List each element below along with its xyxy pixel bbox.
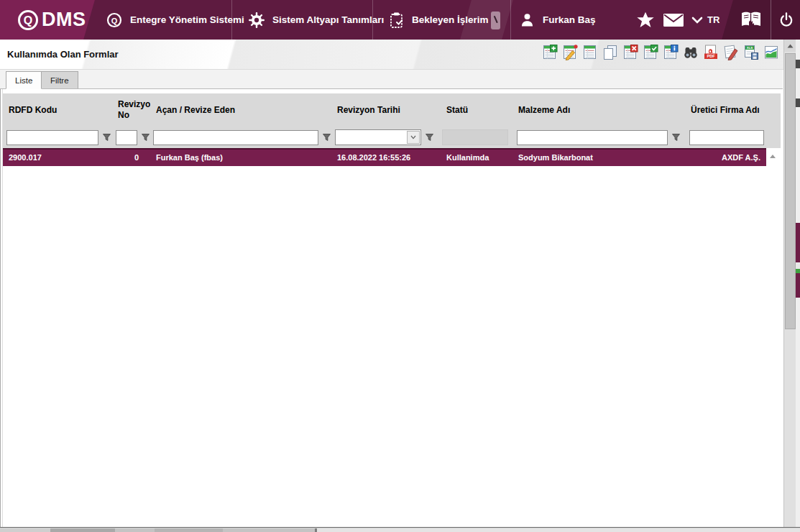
filter-funnel-icon[interactable] (322, 133, 331, 142)
tab-strip: Liste Filtre (0, 70, 783, 89)
cutoff-panel-fragment (796, 60, 800, 68)
language-dropdown[interactable] (691, 0, 703, 40)
tab-filtre[interactable]: Filtre (41, 71, 78, 88)
vertical-scrollbar[interactable] (783, 40, 796, 527)
grid-scroll-up-arrow[interactable] (768, 152, 777, 160)
user-menu[interactable]: Furkan Baş (519, 0, 596, 40)
nav-item-bekleyen-islerim[interactable]: Bekleyen İşlerim (388, 0, 489, 40)
chevron-down-icon (410, 135, 416, 139)
search-records-icon[interactable] (682, 44, 699, 61)
tab-liste[interactable]: Liste (6, 71, 42, 89)
column-header-malzeme-adi[interactable]: Malzeme Adı (512, 93, 685, 127)
record-info-icon[interactable] (662, 44, 679, 61)
chevron-down-icon (691, 16, 703, 24)
combo-chevron-button[interactable] (407, 131, 420, 144)
filter-funnel-icon[interactable] (102, 133, 111, 142)
top-navbar: Q DMS Q Entegre Yönetim Sistemi Si (0, 0, 800, 40)
column-header-uretici-firma-adi[interactable]: Üretici Firma Adı (685, 93, 766, 127)
svg-text:Q: Q (111, 16, 118, 24)
star-icon (636, 11, 655, 29)
filter-input-rdfd-kodu[interactable] (6, 130, 98, 145)
manual-book-icon (739, 9, 763, 32)
tab-label: Filtre (50, 76, 69, 85)
cell-rdfd-kodu: 2900.017 (3, 150, 112, 166)
logo-text: DMS (42, 9, 86, 31)
record-toolbar: PDF XLS (541, 44, 780, 61)
logout-button[interactable] (778, 0, 795, 40)
svg-text:XLS: XLS (747, 46, 753, 50)
mail-icon (663, 12, 684, 29)
cell-acan-revize-eden: Furkan Baş (fbas) (150, 150, 331, 166)
page-title: Kullanımda Olan Formlar (7, 49, 119, 60)
nav-divider (510, 0, 511, 40)
add-record-icon[interactable] (541, 44, 558, 61)
power-icon (778, 12, 795, 29)
scrollbar-thumb[interactable] (50, 528, 115, 532)
cutoff-panel-fragment (796, 273, 800, 298)
column-header-rdfd-kodu[interactable]: RDFD Kodu (3, 93, 112, 127)
copy-record-icon[interactable] (602, 44, 619, 61)
filter-select-revizyon-tarihi[interactable] (335, 129, 421, 145)
approve-record-icon[interactable] (642, 44, 659, 61)
svg-text:PDF: PDF (707, 54, 715, 58)
nav-item-sistem-altyapi-tanimlari[interactable]: Sistem Altyapı Tanımları (248, 0, 384, 40)
scrollbar-thumb[interactable] (155, 528, 223, 532)
column-header-revizyon-no[interactable]: Revizyon No (112, 93, 150, 127)
content-area: RDFD Kodu Revizyon No Açan / Revize Eden… (0, 89, 783, 527)
grid-header-area: RDFD Kodu Revizyon No Açan / Revize Eden… (3, 93, 781, 148)
scrollbar-thumb[interactable] (785, 53, 796, 329)
collapsed-menu-glyph (491, 12, 500, 29)
gear-icon (248, 12, 265, 29)
cutoff-panel-fragment (796, 98, 800, 107)
qdms-circle-icon: Q (106, 12, 123, 29)
filter-funnel-icon[interactable] (671, 133, 681, 142)
qdms-logo[interactable]: Q DMS (16, 0, 86, 40)
column-header-acan-revize-eden[interactable]: Açan / Revize Eden (150, 93, 331, 127)
nav-divider (771, 0, 771, 40)
grid-filter-row (3, 127, 781, 148)
cutoff-panel-fragment (796, 263, 800, 269)
tab-label: Liste (15, 76, 32, 85)
clipboard-check-icon (388, 12, 405, 29)
report-chart-icon[interactable] (763, 44, 780, 61)
cutoff-panel-strip (796, 40, 800, 527)
nav-item-label: Sistem Altyapı Tanımları (272, 14, 384, 25)
filter-input-acan-revize-eden[interactable] (153, 130, 318, 145)
horizontal-scrollbar[interactable] (0, 527, 800, 532)
export-excel-icon[interactable]: XLS (742, 44, 760, 61)
collapsed-menu-indicator[interactable] (491, 12, 500, 29)
export-pdf-icon[interactable]: PDF (702, 44, 719, 61)
column-header-statu[interactable]: Statü (441, 93, 512, 127)
messages-button[interactable] (663, 0, 684, 40)
user-name: Furkan Baş (543, 14, 596, 25)
nav-item-entegre-yonetim-sistemi[interactable]: Q Entegre Yönetim Sistemi (106, 0, 244, 40)
cell-revizyon-no: 0 (112, 150, 150, 166)
edit-record-icon[interactable] (561, 44, 579, 61)
filter-input-malzeme-adi[interactable] (517, 130, 668, 145)
scrollbar-track-segment (223, 528, 315, 532)
qdms-logo-icon: Q (16, 8, 40, 32)
column-header-revizyon-tarihi[interactable]: Revizyon Tarihi (331, 93, 441, 127)
scrollbar-track-segment (0, 528, 50, 532)
filter-input-revizyon-no[interactable] (116, 130, 137, 145)
cell-statu: Kullanimda (441, 150, 512, 166)
filter-empty-statu (442, 129, 508, 145)
favorites-button[interactable] (636, 0, 655, 40)
scrollbar-up-arrow[interactable] (784, 40, 796, 52)
user-manual-button[interactable] (739, 0, 763, 40)
list-record-icon[interactable] (581, 44, 599, 61)
cutoff-panel-fragment (796, 223, 800, 262)
filter-input-uretici-firma-adi[interactable] (689, 130, 764, 145)
filter-funnel-icon[interactable] (425, 133, 434, 142)
edit-document-icon[interactable] (722, 44, 740, 61)
cell-uretici-firma-adi: AXDF A.Ş. (685, 150, 766, 166)
filter-funnel-icon[interactable] (141, 133, 150, 142)
person-icon (519, 12, 535, 28)
table-row-selected[interactable]: 2900.017 0 Furkan Baş (fbas) 16.08.2022 … (3, 148, 766, 166)
delete-record-icon[interactable] (622, 44, 639, 61)
nav-item-label: Bekleyen İşlerim (412, 14, 489, 25)
scrollbar-track-segment (115, 528, 155, 532)
language-code[interactable]: TR (707, 0, 719, 40)
up-triangle-icon (787, 44, 794, 48)
cell-revizyon-tarihi: 16.08.2022 16:55:26 (331, 150, 441, 166)
